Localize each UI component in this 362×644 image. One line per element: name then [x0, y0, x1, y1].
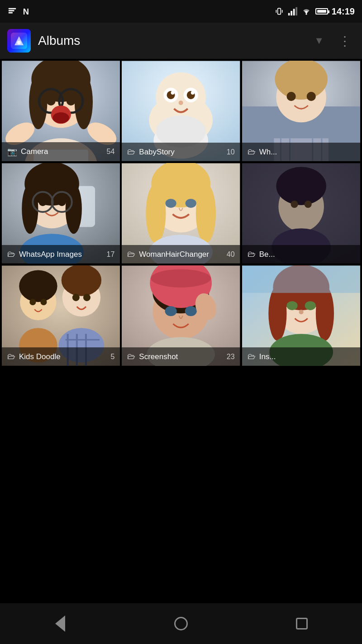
folder-icon-ins: 🗁	[248, 352, 256, 361]
album-name-camera: Camera	[21, 147, 48, 156]
album-name-kidsdoodle: Kids Doodle	[19, 352, 61, 361]
svg-point-27	[67, 96, 76, 106]
album-count-kidsdoodle: 5	[110, 353, 114, 361]
signal-icon	[287, 6, 297, 16]
svg-rect-5	[276, 10, 276, 13]
album-count-camera: 54	[107, 148, 115, 156]
folder-icon-col3: 🗁	[248, 147, 256, 157]
svg-point-111	[315, 286, 333, 341]
svg-rect-1	[9, 10, 14, 11]
svg-point-49	[286, 92, 295, 101]
album-label-left-col3: 🗁 Wh...	[248, 147, 277, 157]
album-label-left-screenshot: 🗁 Screenshot	[127, 352, 178, 361]
svg-point-113	[305, 301, 315, 310]
album-cell-screenshot[interactable]: 🗁 Screenshot 23	[122, 265, 240, 366]
album-cell-ins[interactable]: 🗁 Ins...	[242, 265, 360, 366]
svg-point-79	[276, 167, 326, 205]
album-label-left-be: 🗁 Be...	[248, 250, 275, 259]
svg-point-66	[58, 198, 66, 206]
status-right-icons: 14:19	[275, 6, 355, 17]
svg-point-103	[165, 306, 177, 316]
album-label-womanhairchanger: 🗁 WomanHairChanger 40	[122, 245, 240, 264]
overflow-menu-button[interactable]: ⋮	[335, 30, 355, 52]
svg-point-112	[286, 301, 297, 310]
folder-icon-screenshot: 🗁	[127, 352, 135, 361]
wifi-icon	[301, 6, 312, 16]
nav-recents-icon	[296, 618, 308, 630]
svg-point-11	[305, 13, 307, 14]
svg-rect-116	[242, 266, 360, 293]
svg-point-35	[156, 72, 206, 123]
album-name-ins: Ins...	[259, 352, 276, 361]
status-bar: N 14:19	[0, 0, 362, 23]
bottom-nav	[0, 603, 362, 644]
folder-icon-babystory: 🗁	[127, 147, 135, 157]
album-name-womanhairchanger: WomanHairChanger	[139, 250, 209, 259]
svg-rect-4	[278, 8, 281, 14]
album-name-col3-row1: Wh...	[259, 148, 277, 157]
svg-point-72	[196, 184, 216, 243]
sort-arrow: ▼	[314, 35, 324, 47]
svg-point-104	[185, 306, 197, 316]
album-label-be: 🗁 Be...	[242, 245, 360, 264]
album-label-whatsapp: 🗁 WhatsApp Images 17	[2, 245, 120, 264]
album-cell-babystory[interactable]: 🗁 BabyStory 10	[122, 61, 240, 161]
svg-point-14	[17, 41, 21, 44]
nav-home-icon	[174, 617, 188, 630]
album-label-left-womanhairchanger: 🗁 WomanHairChanger	[127, 250, 209, 259]
svg-point-87	[40, 299, 47, 305]
album-cell-whatsapp[interactable]: 🗁 WhatsApp Images 17	[2, 163, 120, 264]
nav-home-button[interactable]	[167, 610, 195, 637]
nav-back-button[interactable]	[47, 610, 74, 637]
svg-rect-7	[288, 13, 290, 15]
album-name-babystory: BabyStory	[139, 148, 174, 157]
folder-icon-womanhairchanger: 🗁	[127, 250, 135, 259]
album-cell-womanhairchanger[interactable]: 🗁 WomanHairChanger 40	[122, 163, 240, 264]
album-count-screenshot: 23	[227, 353, 235, 361]
album-label-kidsdoodle: 🗁 Kids Doodle 5	[2, 347, 120, 366]
svg-rect-10	[295, 7, 297, 15]
svg-point-42	[179, 101, 183, 105]
app-toolbar: Albums ▼ ⋮	[0, 23, 362, 59]
folder-icon-be: 🗁	[248, 250, 256, 259]
album-label-camera: 📷 Camera 54	[2, 142, 120, 161]
svg-point-65	[38, 198, 47, 206]
svg-rect-6	[282, 10, 283, 13]
notification-icon	[7, 6, 17, 16]
app-title: Albums	[38, 34, 307, 48]
svg-rect-2	[9, 12, 13, 14]
svg-point-81	[304, 201, 311, 208]
album-label-left-babystory: 🗁 BabyStory	[127, 147, 174, 157]
svg-point-114	[299, 310, 303, 314]
album-count-whatsapp: 17	[107, 250, 115, 259]
album-cell-camera[interactable]: 📷 Camera 54	[2, 61, 120, 161]
camera-icon: 📷	[7, 147, 17, 157]
svg-rect-0	[9, 8, 16, 10]
n-icon: N	[22, 6, 32, 16]
svg-point-90	[62, 265, 101, 296]
album-label-left-kidsdoodle: 🗁 Kids Doodle	[7, 352, 61, 361]
album-label-screenshot: 🗁 Screenshot 23	[122, 347, 240, 366]
album-label-left-ins: 🗁 Ins...	[248, 352, 276, 361]
nav-recents-button[interactable]	[288, 610, 315, 637]
album-label-col3-row1: 🗁 Wh...	[242, 143, 360, 161]
svg-point-71	[146, 184, 166, 243]
album-cell-kidsdoodle[interactable]: 🗁 Kids Doodle 5	[2, 265, 120, 366]
svg-point-29	[53, 112, 69, 123]
status-left-icons: N	[7, 6, 32, 16]
album-cell-be[interactable]: 🗁 Be...	[242, 163, 360, 264]
album-name-whatsapp: WhatsApp Images	[19, 250, 82, 259]
album-count-babystory: 10	[227, 148, 235, 156]
album-label-left-whatsapp: 🗁 WhatsApp Images	[7, 250, 82, 259]
svg-point-41	[191, 91, 195, 95]
svg-point-40	[171, 91, 175, 95]
svg-point-102	[151, 269, 211, 288]
app-icon	[7, 29, 31, 53]
status-time: 14:19	[332, 6, 355, 17]
svg-point-85	[19, 270, 57, 302]
albums-grid: 📷 Camera 54	[0, 59, 362, 368]
album-cell-col3-row1[interactable]: 🗁 Wh...	[242, 61, 360, 161]
album-label-left-camera: 📷 Camera	[7, 147, 48, 157]
svg-point-110	[268, 286, 286, 341]
svg-point-91	[72, 294, 80, 301]
